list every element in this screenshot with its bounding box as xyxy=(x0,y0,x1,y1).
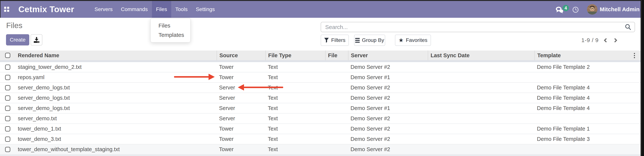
search-icon[interactable] xyxy=(624,24,632,31)
favorites-button[interactable]: ★ Favorites xyxy=(395,35,431,46)
user-avatar[interactable] xyxy=(587,4,598,15)
cell-server: Demo Server #2 xyxy=(348,114,428,123)
table-row[interactable]: tower_demo_3.txt Tower Text Demo Server … xyxy=(0,134,640,144)
table-row[interactable]: repos.yaml Tower Text Demo Server #1 xyxy=(0,72,640,83)
export-button[interactable] xyxy=(30,34,42,45)
dropdown-item-templates[interactable]: Templates xyxy=(150,30,190,40)
column-header-file[interactable]: File xyxy=(325,51,348,60)
apps-grid-square xyxy=(7,7,9,9)
group-by-button[interactable]: Group By xyxy=(354,35,385,46)
user-name[interactable]: Mitchell Admin xyxy=(600,1,640,18)
select-all-cell xyxy=(0,51,16,60)
annotation-arrow-right xyxy=(174,74,215,80)
window-right-edge xyxy=(640,0,644,156)
column-header-rendered-name[interactable]: Rendered Name xyxy=(16,51,216,60)
table-row[interactable]: staging_tower_demo_2.txt Tower Text Demo… xyxy=(0,62,640,72)
cell-template: Demo File Template 2 xyxy=(534,62,640,72)
cell-server: Demo Server #1 xyxy=(348,103,428,113)
table-row[interactable]: tower_demo_without_template_staging.txt … xyxy=(0,144,640,155)
column-header-template[interactable]: Template xyxy=(534,51,640,60)
cell-rendered-name: server_demo_logs.txt xyxy=(16,103,216,113)
column-header-file-type[interactable]: File Type xyxy=(265,51,325,60)
column-header-last-sync-date[interactable]: Last Sync Date xyxy=(428,51,534,60)
filter-funnel-icon xyxy=(324,38,329,43)
row-checkbox[interactable] xyxy=(5,85,10,90)
bottom-strip xyxy=(0,155,640,156)
menu-item-files[interactable]: Files xyxy=(152,1,171,18)
cell-last-sync-date xyxy=(428,144,534,154)
row-checkbox[interactable] xyxy=(5,126,10,132)
group-by-label: Group By xyxy=(362,37,384,43)
pager-previous-button[interactable] xyxy=(598,35,609,46)
header-separator xyxy=(0,60,640,62)
pager-next-button[interactable] xyxy=(610,35,620,46)
create-button[interactable]: Create xyxy=(6,34,29,45)
column-header-server[interactable]: Server xyxy=(348,51,428,60)
row-checkbox[interactable] xyxy=(5,147,10,152)
table-header: Rendered Name Source File Type File Serv… xyxy=(0,51,640,60)
filters-button[interactable]: Filters xyxy=(321,35,349,46)
cell-source: Tower xyxy=(216,124,265,134)
row-checkbox[interactable] xyxy=(5,137,10,142)
chevron-right-icon xyxy=(613,38,617,42)
table-row[interactable]: server_demo.txt Server Text Demo Server … xyxy=(0,114,640,124)
window-top-edge xyxy=(0,0,644,1)
apps-grid-square xyxy=(4,10,6,12)
table-body: staging_tower_demo_2.txt Tower Text Demo… xyxy=(0,62,640,155)
row-checkbox[interactable] xyxy=(5,75,10,80)
cell-last-sync-date xyxy=(428,114,534,123)
cell-source: Tower xyxy=(216,134,265,144)
column-options-icon[interactable] xyxy=(634,53,635,58)
apps-grid-icon[interactable] xyxy=(4,7,9,12)
dropdown-item-files[interactable]: Files xyxy=(150,21,190,30)
cell-template xyxy=(534,114,640,123)
app-window: Cetmix Tower Servers Commands Files Tool… xyxy=(0,0,644,156)
cell-rendered-name: server_demo_logs.txt xyxy=(16,83,216,93)
menu-item-servers[interactable]: Servers xyxy=(90,1,117,18)
cell-template: Demo File Template 1 xyxy=(534,124,640,134)
chevron-left-icon xyxy=(604,38,608,42)
cell-last-sync-date xyxy=(428,93,534,103)
cell-rendered-name: server_demo_logs.txt xyxy=(16,93,216,103)
annotation-arrow-left xyxy=(238,84,283,90)
menu-item-tools[interactable]: Tools xyxy=(171,1,192,18)
menu-item-settings[interactable]: Settings xyxy=(192,1,219,18)
cell-file xyxy=(325,124,348,134)
group-by-bars-icon xyxy=(355,38,360,43)
row-checkbox[interactable] xyxy=(5,116,10,121)
cell-template xyxy=(534,144,640,154)
cell-file-type: Text xyxy=(265,72,325,82)
messages-count-badge: 4 xyxy=(562,5,569,11)
cell-last-sync-date xyxy=(428,62,534,72)
activities-clock-icon[interactable] xyxy=(572,6,579,14)
cell-file xyxy=(325,144,348,154)
search-bar xyxy=(321,22,635,32)
star-icon: ★ xyxy=(398,37,404,43)
cell-template: Demo File Template 4 xyxy=(534,93,640,103)
cell-server: Demo Server #2 xyxy=(348,124,428,134)
row-checkbox[interactable] xyxy=(5,106,10,111)
table-row[interactable]: tower_demo_1.txt Tower Text Demo Server … xyxy=(0,124,640,134)
table-row[interactable]: server_demo_logs.txt Server Text Demo Se… xyxy=(0,103,640,114)
cell-server: Demo Server #2 xyxy=(348,93,428,103)
column-header-source[interactable]: Source xyxy=(216,51,265,60)
search-input[interactable] xyxy=(321,22,635,32)
row-checkbox[interactable] xyxy=(5,95,10,101)
row-checkbox[interactable] xyxy=(5,65,10,70)
cell-last-sync-date xyxy=(428,72,534,82)
pager-range: 1-9 / 9 xyxy=(581,37,598,43)
cell-rendered-name: tower_demo_without_template_staging.txt xyxy=(16,144,216,154)
cell-file-type: Text xyxy=(265,144,325,154)
select-all-checkbox[interactable] xyxy=(5,53,10,58)
cell-file-type: Text xyxy=(265,93,325,103)
table-row[interactable]: server_demo_logs.txt Server Text Demo Se… xyxy=(0,83,640,93)
main-menu: Servers Commands Files Tools Settings xyxy=(90,1,219,18)
cell-source: Tower xyxy=(216,144,265,154)
page-title: Files xyxy=(6,21,22,30)
cell-file xyxy=(325,114,348,123)
cell-file xyxy=(325,83,348,93)
cell-rendered-name: staging_tower_demo_2.txt xyxy=(16,62,216,72)
apps-grid-square xyxy=(7,10,9,12)
menu-item-commands[interactable]: Commands xyxy=(117,1,152,18)
table-row[interactable]: server_demo_logs.txt Server Text Demo Se… xyxy=(0,93,640,103)
